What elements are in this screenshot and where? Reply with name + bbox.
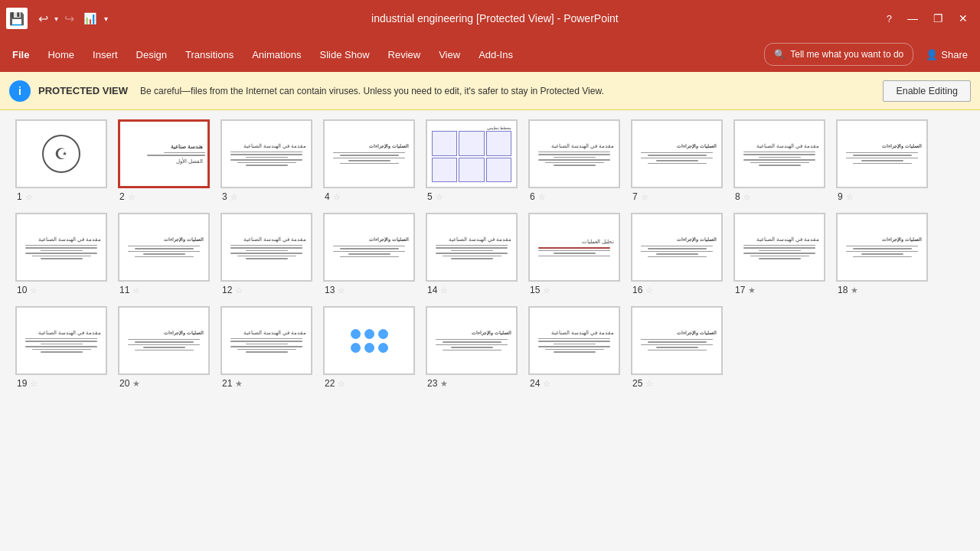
close-button[interactable]: ✕ [952, 9, 974, 28]
slide-star-empty-1[interactable]: ☆ [25, 192, 33, 202]
undo-dropdown[interactable]: ▾ [53, 13, 60, 24]
slide-thumbnail-9[interactable]: العمليات والإجراءات [836, 119, 928, 188]
slide-thumbnail-13[interactable]: العمليات والإجراءات [323, 213, 415, 282]
menu-view[interactable]: View [430, 37, 469, 72]
slide-star-empty-19[interactable]: ☆ [30, 379, 38, 389]
slide-star-empty-7[interactable]: ☆ [641, 192, 648, 202]
slide-thumbnail-4[interactable]: العمليات والإجراءات [323, 119, 415, 188]
slide-label-9: 9☆ [836, 191, 854, 202]
slide-item-24[interactable]: مقدمة في الهندسة الصناعية 24☆ [528, 306, 620, 389]
slide-star-empty-3[interactable]: ☆ [230, 192, 238, 202]
slide-star-empty-14[interactable]: ☆ [440, 285, 448, 295]
slide-star-17[interactable]: ★ [748, 285, 756, 295]
slide-item-17[interactable]: مقدمة في الهندسة الصناعية 17★ [733, 213, 825, 295]
slide-thumbnail-18[interactable]: العمليات والإجراءات [836, 213, 928, 282]
slide-item-15[interactable]: تحليل العمليات 15☆ [528, 213, 620, 295]
slide-thumbnail-10[interactable]: مقدمة في الهندسة الصناعية [15, 213, 107, 282]
undo-button[interactable]: ↩ [35, 10, 51, 28]
slide-thumbnail-25[interactable]: العمليات والإجراءات [631, 306, 723, 375]
slide-star-empty-8[interactable]: ☆ [743, 192, 751, 202]
slide-item-7[interactable]: العمليات والإجراءات 7☆ [631, 119, 723, 202]
slide-star-empty-22[interactable]: ☆ [338, 379, 345, 389]
slide-item-20[interactable]: العمليات والإجراءات 20★ [118, 306, 210, 389]
save-icon[interactable]: 💾 [6, 8, 28, 29]
menu-slideshow[interactable]: Slide Show [311, 37, 379, 72]
slide-item-14[interactable]: مقدمة في الهندسة الصناعية 14☆ [426, 213, 518, 295]
slide-item-1[interactable]: ☪1☆ [15, 119, 107, 202]
restore-button[interactable]: ❐ [927, 9, 949, 28]
slide-thumbnail-24[interactable]: مقدمة في الهندسة الصناعية [528, 306, 620, 375]
slide-thumbnail-1[interactable]: ☪ [15, 119, 107, 188]
menu-animations[interactable]: Animations [243, 37, 310, 72]
slide-item-21[interactable]: مقدمة في الهندسة الصناعية 21★ [220, 306, 312, 389]
slide-thumbnail-5[interactable]: مخطط تنظيمي [426, 119, 518, 188]
slide-thumbnail-11[interactable]: العمليات والإجراءات [118, 213, 210, 282]
slide-star-empty-15[interactable]: ☆ [543, 285, 550, 295]
slide-thumbnail-17[interactable]: مقدمة في الهندسة الصناعية [733, 213, 825, 282]
slide-item-11[interactable]: العمليات والإجراءات 11☆ [118, 213, 210, 295]
slide-thumbnail-2[interactable]: هندسة صناعية الفصل الأول [118, 119, 210, 188]
slide-item-8[interactable]: مقدمة في الهندسة الصناعية 8☆ [733, 119, 825, 202]
slide-item-4[interactable]: العمليات والإجراءات 4☆ [323, 119, 415, 202]
slide-star-empty-6[interactable]: ☆ [538, 192, 546, 202]
help-icon[interactable]: ? [880, 10, 898, 28]
menu-transitions[interactable]: Transitions [176, 37, 243, 72]
slide-thumbnail-22[interactable] [323, 306, 415, 375]
share-button[interactable]: 👤 Share [916, 37, 977, 72]
menu-design[interactable]: Design [127, 37, 176, 72]
slide-thumbnail-23[interactable]: العمليات والإجراءات [426, 306, 518, 375]
slide-star-empty-12[interactable]: ☆ [235, 285, 243, 295]
menu-addins[interactable]: Add-Ins [469, 37, 522, 72]
slide-item-13[interactable]: العمليات والإجراءات 13☆ [323, 213, 415, 295]
slide-star-empty-16[interactable]: ☆ [645, 285, 653, 295]
slide-item-2[interactable]: هندسة صناعية الفصل الأول 2☆ [118, 119, 210, 202]
slide-star-empty-4[interactable]: ☆ [333, 192, 341, 202]
title-bar-left: 💾 ↩ ▾ ↪ 📊 ▾ [6, 8, 109, 29]
redo-button[interactable]: ↪ [61, 10, 77, 28]
slide-star-empty-5[interactable]: ☆ [436, 192, 443, 202]
menu-insert[interactable]: Insert [83, 37, 127, 72]
slide-item-18[interactable]: العمليات والإجراءات 18★ [836, 213, 928, 295]
slide-star-21[interactable]: ★ [235, 379, 243, 389]
minimize-button[interactable]: — [901, 9, 924, 28]
slide-item-9[interactable]: العمليات والإجراءات 9☆ [836, 119, 928, 202]
slide-thumbnail-7[interactable]: العمليات والإجراءات [631, 119, 723, 188]
slide-thumbnail-15[interactable]: تحليل العمليات [528, 213, 620, 282]
slide-star-20[interactable]: ★ [132, 379, 140, 389]
slide-star-18[interactable]: ★ [851, 285, 858, 295]
quick-access-dropdown[interactable]: ▾ [103, 13, 109, 24]
slide-star-empty-9[interactable]: ☆ [846, 192, 854, 202]
slide-star-23[interactable]: ★ [440, 379, 448, 389]
slide-item-16[interactable]: العمليات والإجراءات 16☆ [631, 213, 723, 295]
slide-star-empty-2[interactable]: ☆ [128, 192, 136, 202]
menu-home[interactable]: Home [38, 37, 83, 72]
slide-item-23[interactable]: العمليات والإجراءات 23★ [426, 306, 518, 389]
slide-item-5[interactable]: مخطط تنظيمي 5☆ [426, 119, 518, 202]
slide-thumbnail-20[interactable]: العمليات والإجراءات [118, 306, 210, 375]
slide-item-10[interactable]: مقدمة في الهندسة الصناعية 10☆ [15, 213, 107, 295]
slide-star-empty-10[interactable]: ☆ [30, 285, 38, 295]
slide-thumbnail-12[interactable]: مقدمة في الهندسة الصناعية [220, 213, 312, 282]
slide-thumbnail-6[interactable]: مقدمة في الهندسة الصناعية [528, 119, 620, 188]
slide-star-empty-25[interactable]: ☆ [645, 379, 653, 389]
slide-star-empty-11[interactable]: ☆ [132, 285, 140, 295]
slide-star-empty-24[interactable]: ☆ [543, 379, 550, 389]
slide-item-25[interactable]: العمليات والإجراءات 25☆ [631, 306, 723, 389]
enable-editing-button[interactable]: Enable Editing [883, 80, 971, 102]
slide-thumbnail-3[interactable]: مقدمة في الهندسة الصناعية [220, 119, 312, 188]
slide-thumbnail-14[interactable]: مقدمة في الهندسة الصناعية [426, 213, 518, 282]
menu-file[interactable]: File [3, 37, 38, 72]
slide-thumbnail-16[interactable]: العمليات والإجراءات [631, 213, 723, 282]
slide-star-empty-13[interactable]: ☆ [338, 285, 345, 295]
slide-item-12[interactable]: مقدمة في الهندسة الصناعية 12☆ [220, 213, 312, 295]
slide-thumbnail-8[interactable]: مقدمة في الهندسة الصناعية [733, 119, 825, 188]
presenter-icon[interactable]: 📊 [82, 11, 98, 26]
tell-me-box[interactable]: 🔍 Tell me what you want to do [764, 43, 913, 66]
slide-item-6[interactable]: مقدمة في الهندسة الصناعية 6☆ [528, 119, 620, 202]
slide-item-19[interactable]: مقدمة في الهندسة الصناعية 19☆ [15, 306, 107, 389]
slide-thumbnail-21[interactable]: مقدمة في الهندسة الصناعية [220, 306, 312, 375]
slide-thumbnail-19[interactable]: مقدمة في الهندسة الصناعية [15, 306, 107, 375]
slide-item-3[interactable]: مقدمة في الهندسة الصناعية 3☆ [220, 119, 312, 202]
slide-item-22[interactable]: 22☆ [323, 306, 415, 389]
menu-review[interactable]: Review [379, 37, 430, 72]
